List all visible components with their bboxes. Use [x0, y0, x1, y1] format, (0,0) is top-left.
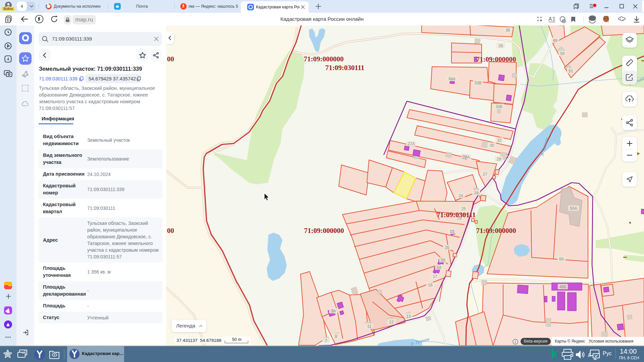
svg-text:71:09:030111: 71:09:030111	[437, 211, 476, 219]
svg-text:28А: 28А	[463, 155, 470, 160]
svg-text:36: 36	[505, 28, 510, 33]
svg-text:8: 8	[335, 334, 337, 339]
svg-text:27А: 27А	[408, 141, 415, 146]
svg-text:00: 00	[167, 227, 174, 235]
svg-text:71:09:000000: 71:09:000000	[476, 227, 516, 235]
svg-text:27: 27	[483, 172, 487, 177]
svg-text:21: 21	[450, 229, 454, 234]
svg-text:16: 16	[428, 283, 433, 288]
svg-text:32: 32	[497, 138, 502, 143]
svg-text:71:09:000000: 71:09:000000	[304, 55, 344, 63]
svg-text:33В: 33В	[474, 81, 481, 85]
svg-text:49Б: 49Б	[559, 285, 566, 289]
svg-text:24: 24	[459, 193, 463, 198]
svg-text:71:09:000000: 71:09:000000	[476, 55, 516, 63]
svg-text:49: 49	[553, 38, 557, 43]
svg-text:34А: 34А	[448, 76, 455, 81]
svg-text:29: 29	[496, 157, 501, 162]
svg-text:3А: 3А	[331, 309, 336, 313]
svg-text:4: 4	[7, 57, 9, 62]
svg-text:12: 12	[389, 320, 394, 324]
svg-text:50: 50	[560, 51, 565, 56]
svg-text:11: 11	[367, 324, 372, 329]
svg-text:51: 51	[569, 69, 573, 73]
svg-text:20: 20	[445, 245, 449, 250]
svg-text:26: 26	[474, 191, 479, 195]
svg-text:13: 13	[406, 314, 411, 319]
svg-text:50А: 50А	[570, 206, 577, 211]
svg-text:71:09:030111: 71:09:030111	[325, 64, 365, 72]
svg-text:7: 7	[325, 339, 327, 343]
svg-text:71:09:000000: 71:09:000000	[304, 227, 344, 235]
svg-text:30: 30	[490, 143, 494, 148]
svg-text:25: 25	[461, 206, 466, 211]
svg-text:50: 50	[559, 257, 564, 261]
svg-text:18: 18	[437, 265, 441, 270]
svg-text:19: 19	[441, 258, 445, 262]
svg-text:33Б: 33Б	[495, 104, 502, 109]
svg-text:35: 35	[498, 44, 503, 48]
svg-text:00: 00	[167, 55, 174, 63]
svg-text:17: 17	[433, 274, 437, 279]
svg-text:Войти: Войти	[4, 7, 13, 11]
